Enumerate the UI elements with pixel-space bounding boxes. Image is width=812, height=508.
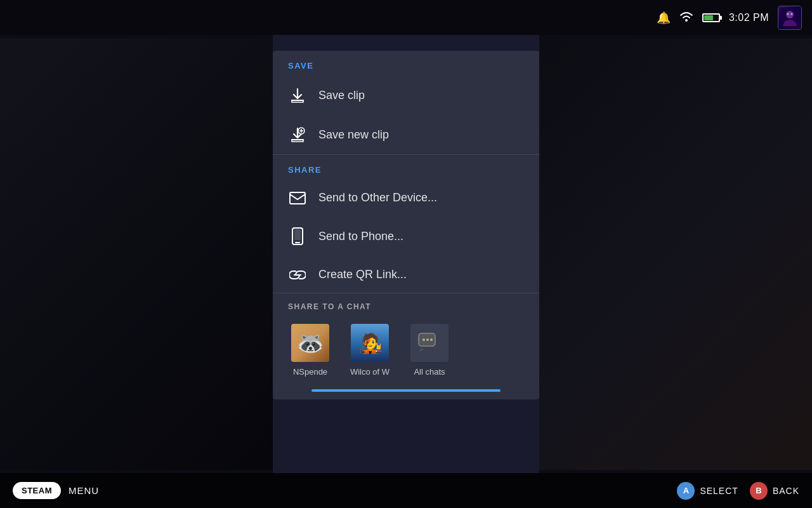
create-qr-button[interactable]: Create QR Link... [273,257,539,293]
send-other-device-label: Send to Other Device... [318,191,437,204]
bottom-left-controls: STEAM MENU [13,482,99,499]
back-label: BACK [773,486,799,496]
save-clip-label: Save clip [318,89,365,102]
send-other-device-button[interactable]: Send to Other Device... [273,180,539,216]
chat-items-list: 🦝 NSpende 🧑‍🎤 Wilco of W [273,318,539,389]
chat-item-wilco[interactable]: 🧑‍🎤 Wilco of W [348,324,392,377]
all-chats-name: All chats [414,367,445,377]
share-to-chat-section: SHARE TO A CHAT 🦝 NSpende 🧑‍🎤 Wilco of W [273,293,539,399]
popup-menu: SAVE Save clip [273,51,539,399]
user-avatar[interactable] [778,6,802,30]
save-section-header: SAVE [273,51,539,76]
wilco-name: Wilco of W [350,367,390,377]
signal-icon [679,10,693,25]
time-display: 3:02 PM [729,12,769,23]
chat-item-nspende[interactable]: 🦝 NSpende [288,324,332,377]
bottom-right-controls: A SELECT B BACK [677,482,799,500]
envelope-icon [288,192,307,204]
chat-item-all-chats[interactable]: All chats [407,324,452,377]
b-button[interactable]: B [750,482,768,500]
svg-point-2 [786,11,794,18]
send-phone-label: Send to Phone... [318,230,403,243]
battery-icon [702,13,720,22]
menu-label: MENU [69,485,99,496]
svg-rect-8 [295,242,300,243]
scroll-indicator [311,389,501,392]
all-chats-avatar [410,324,449,362]
svg-point-4 [791,13,793,15]
svg-rect-9 [294,229,301,240]
steam-button[interactable]: STEAM [13,482,61,499]
save-clip-button[interactable]: Save clip [273,76,539,115]
svg-point-3 [787,13,789,15]
a-button[interactable]: A [677,482,695,500]
right-dim-overlay [539,35,812,473]
share-to-chat-header: SHARE TO A CHAT [273,293,539,318]
select-hint: A SELECT [677,482,738,500]
share-section-header: SHARE [273,155,539,180]
save-new-clip-button[interactable]: Save new clip [273,115,539,154]
svg-rect-6 [290,192,305,204]
save-new-clip-icon [288,126,307,143]
wilco-avatar: 🧑‍🎤 [351,324,389,362]
select-label: SELECT [700,486,738,496]
link-icon [288,269,307,281]
nspende-name: NSpende [293,367,327,377]
svg-point-12 [426,338,429,341]
notification-icon[interactable]: 🔔 [657,11,671,25]
phone-icon [288,227,307,245]
svg-point-13 [430,338,433,341]
top-bar: 🔔 3:02 PM [0,0,812,35]
share-section: SHARE Send to Other Device... Send to Ph… [273,155,539,293]
save-new-clip-label: Save new clip [318,128,389,142]
bottom-bar: STEAM MENU A SELECT B BACK [0,473,812,508]
send-phone-button[interactable]: Send to Phone... [273,216,539,257]
left-dim-overlay [0,35,273,473]
save-clip-icon [288,87,307,104]
svg-point-11 [422,338,425,341]
save-section: SAVE Save clip [273,51,539,155]
svg-point-0 [685,19,688,22]
back-hint: B BACK [750,482,799,500]
nspende-avatar: 🦝 [291,324,329,362]
create-qr-label: Create QR Link... [318,268,407,281]
